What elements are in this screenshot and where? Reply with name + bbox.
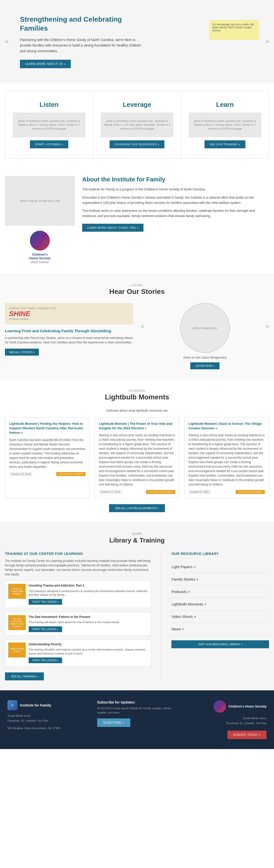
footer-subscribe-content: Subscribe for Updates: Be the first to k… <box>97 700 177 727</box>
learn-more-button[interactable]: LEARN MORE ABOUT US » <box>20 60 71 68</box>
chs-logo-area: Children'sHome Society(North Carolina) <box>5 231 75 264</box>
lb-card-0-tag: LIGHTBULB MOMENT <box>56 472 85 476</box>
training-title: TRAINING AT OUR CENTER FOR LEARNING <box>5 552 151 556</box>
lb-card-2-tag: LIGHTBULB MOMENT <box>236 490 265 494</box>
training-item-0-desc: This training is designed to assist lear… <box>29 589 148 597</box>
lightbulb-title: Lightbulb Moments <box>5 393 269 401</box>
lightbulb-cards: Lightbulb Moment | Finding the Helpers: … <box>5 417 269 498</box>
resource-link-1[interactable]: Family Stories > <box>171 573 269 586</box>
hero-note: Go-homepage hero as a slider. Alt-slider… <box>209 20 259 40</box>
hero-nav-left[interactable]: < <box>5 38 8 45</box>
footer-chs: Children's Home Society Social Media Ico… <box>182 700 267 739</box>
lb-card-2: Lightbulb Moment | Back to School: The V… <box>184 417 269 498</box>
donate-button[interactable]: DONATE TODAY » <box>227 731 267 739</box>
about-section: photo of family w/child from CHS Childre… <box>0 166 274 274</box>
resource-link-3[interactable]: Lightbulb Moments > <box>171 598 269 611</box>
subscribe-button[interactable]: SUBSCRIBE » <box>97 718 130 727</box>
lb-card-2-title[interactable]: Lightbulb Moment | Back to School: The V… <box>189 422 265 431</box>
institute-logo-icon: IF <box>7 700 18 710</box>
stories-story-desc: In partnership with StoryCorps Studios, … <box>5 336 133 345</box>
footer-subscribe: Subscribe for Updates: Be the first to k… <box>92 700 182 739</box>
footer-chs-logo: Children's Home Society <box>187 700 267 713</box>
learn-photo: photo or illustration when moused over, … <box>189 113 261 137</box>
three-columns: Listen photo or illustration when moused… <box>5 91 269 158</box>
training-column: TRAINING AT OUR CENTER FOR LEARNING The … <box>5 552 151 680</box>
about-text: About the Institute for Family The Insti… <box>82 176 269 264</box>
footer-social-label: Social Media Icons: <box>7 714 87 717</box>
footer-institute: IF Institute for Family Social Media Ico… <box>7 700 92 739</box>
footer-social-platforms: Facebook, IG, LinkedIn, YouTube <box>7 719 87 722</box>
resource-link-5[interactable]: News > <box>171 623 269 635</box>
start-lesson-0-button[interactable]: START THE LESSON » <box>29 599 62 605</box>
see-training-button[interactable]: SEE OUR TRAINING » <box>204 141 245 148</box>
start-lesson-2-button[interactable]: START THE LESSON » <box>29 657 62 663</box>
resource-link-4[interactable]: Video Shorts > <box>171 611 269 623</box>
hero-description: Partnering with the Children's Home Soci… <box>20 37 144 54</box>
shine-logo: EMBRACING FAMILY NARRATIVES SHINE on Nor… <box>5 303 133 324</box>
resource-link-2[interactable]: Podcasts > <box>171 586 269 598</box>
training-info-1: The Dad Investment: Fathers in the Prese… <box>29 615 120 632</box>
footer-address: 504 Meadow Street Greensboro, NC 27405 <box>7 726 87 731</box>
learn-more-about-btn[interactable]: LEARN MORE ABOUT CHSNC.ORG » <box>82 224 143 232</box>
lb-card-0-date: October 25, 2024 <box>9 472 32 476</box>
hero-content: Strengthening and Celebrating Families P… <box>20 15 144 68</box>
lb-card-2-date: August 25, 2024 <box>189 490 211 494</box>
training-item-1-desc: This training will dispel myths about th… <box>29 620 120 624</box>
leverage-photo: photo or illustration when moused over, … <box>101 113 173 137</box>
see-all-lightbulb-button[interactable]: SEE ALL LIGHTBULB MOMENTS » <box>109 504 165 512</box>
hero-nav-right[interactable]: > <box>266 38 269 45</box>
training-item-1-title: The Dad Investment: Fathers in the Prese… <box>29 615 120 619</box>
see-all-stories-button[interactable]: SEE ALL STORIES » <box>5 349 39 355</box>
learn-column: Learn photo or illustration when moused … <box>181 91 269 158</box>
about-p3: The Institute works to raise awareness o… <box>82 208 269 219</box>
start-lesson-1-button[interactable]: START THE LESSON » <box>29 626 62 632</box>
training-item-0-title: Unveiling Trauma and Addiction: Part 1 <box>29 584 148 588</box>
training-thumb-2: Understanding Poverty <box>8 643 26 657</box>
lb-card-0-footer: October 25, 2024 LIGHTBULB MOMENT <box>9 472 85 476</box>
stories-title: Hear Our Stories <box>5 288 269 296</box>
stories-section-label: LISTEN <box>5 284 269 287</box>
start-listening-button[interactable]: START LISTENING » <box>30 141 68 148</box>
leverage-resources-button[interactable]: LEVERAGE OUR RESOURCES » <box>110 141 165 148</box>
subscribe-desc: Be the first to know about Institute for… <box>97 706 177 714</box>
stories-content: EMBRACING FAMILY NARRATIVES SHINE on Nor… <box>5 303 269 369</box>
about-p1: The Institute for Family is a program of… <box>82 187 269 192</box>
training-intro: The Institute for Family Center for Lear… <box>5 559 151 577</box>
lightbulb-section: LEVERAGE Lightbulb Moments subhead about… <box>0 379 274 522</box>
lb-card-1-title[interactable]: Lightbulb Moment | The Power of Your Vot… <box>99 422 175 431</box>
training-item-2-desc: This training identifies and explores po… <box>29 648 148 655</box>
story-nav-left[interactable]: < <box>141 323 144 330</box>
hero-section: < Strengthening and Celebrating Families… <box>0 0 274 83</box>
footer: IF Institute for Family Social Media Ico… <box>0 690 274 749</box>
hero-note-box: Go-homepage hero as a slider. Alt-slider… <box>209 15 259 40</box>
stories-story-title: Learning From and Celebrating Family Thr… <box>5 329 133 334</box>
resource-title: OUR RESOURCE LIBRARY <box>171 552 269 556</box>
chs-logo-circle <box>30 231 50 251</box>
stories-left: EMBRACING FAMILY NARRATIVES SHINE on Nor… <box>5 303 133 356</box>
training-item-2-title: Understanding Poverty <box>29 643 148 647</box>
lb-card-1-tag: LIGHTBULB MOMENT <box>146 490 175 494</box>
about-p2: Grounded in the Children's Home Society'… <box>82 195 269 206</box>
training-item-2: Understanding Poverty Understanding Pove… <box>5 639 151 666</box>
resource-link-0[interactable]: Light Papers > <box>171 561 269 573</box>
lb-card-0-title[interactable]: Lightbulb Moment | Finding the Helpers: … <box>9 422 85 435</box>
lb-card-1-date: October 17, 2024 <box>99 490 122 494</box>
listen-title: Listen <box>39 101 59 108</box>
all-training-button[interactable]: SEE ALL TRAINING » <box>5 673 44 680</box>
lb-card-2-text: Starting a new school year marks an exci… <box>189 433 265 487</box>
story-photo: photo of latest story <box>180 303 230 353</box>
hero-title: Strengthening and Celebrating Families <box>20 15 144 33</box>
chs-logo-name: Children'sHome Society(North Carolina) <box>5 253 75 264</box>
story-nav-right[interactable]: > <box>266 323 269 330</box>
lb-card-1: Lightbulb Moment | The Power of Your Vot… <box>95 417 179 498</box>
shine-sub: on North Carolina <box>9 318 129 320</box>
stories-right: < photo of latest story Shine on Kim Sio… <box>141 303 269 369</box>
training-info-2: Understanding Poverty This training iden… <box>29 643 148 663</box>
library-content: TRAINING AT OUR CENTER FOR LEARNING The … <box>5 552 269 680</box>
visit-resource-library-button[interactable]: VISIT OUR RESOURCE LIBRARY » <box>171 640 269 648</box>
leverage-column: Leverage photo or illustration when mous… <box>93 91 181 158</box>
listen-now-button[interactable]: LISTEN NOW » <box>190 362 220 369</box>
resource-column: OUR RESOURCE LIBRARY Light Papers > Fami… <box>171 552 269 680</box>
lightbulb-subtitle: subhead about what lightbulb moments are <box>5 409 269 412</box>
lb-card-0: Lightbulb Moment | Finding the Helpers: … <box>5 417 90 498</box>
